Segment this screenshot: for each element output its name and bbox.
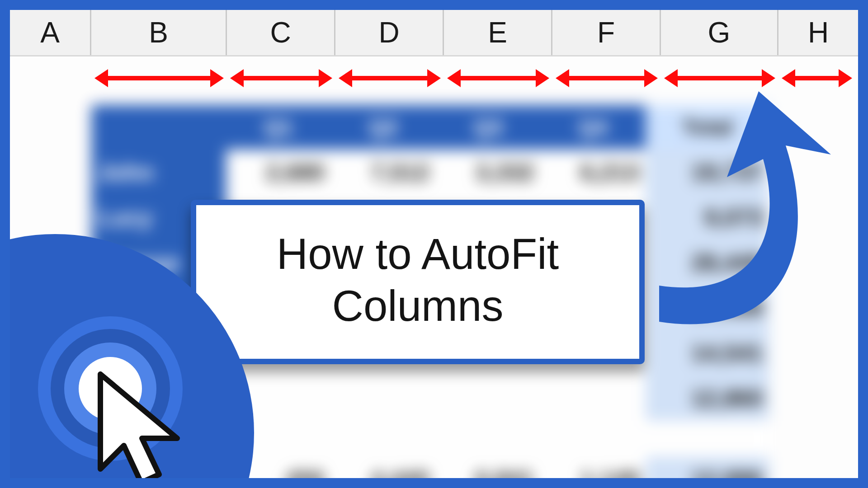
resize-arrow-icon bbox=[243, 76, 320, 80]
resize-arrow-icon bbox=[107, 76, 211, 80]
table-header: Q3 bbox=[436, 105, 541, 150]
column-header-b[interactable]: B bbox=[91, 10, 227, 55]
title-card: How to AutoFit Columns bbox=[191, 200, 645, 364]
column-header-d[interactable]: D bbox=[335, 10, 444, 55]
resize-arrow-icon bbox=[794, 76, 840, 80]
title-line-2: Columns bbox=[214, 280, 621, 332]
resize-arrow-icon bbox=[568, 76, 645, 80]
resize-arrow-icon bbox=[677, 76, 763, 80]
column-header-e[interactable]: E bbox=[444, 10, 552, 55]
cursor-icon bbox=[91, 370, 191, 478]
column-header-row: A B C D E F G H bbox=[10, 10, 858, 56]
resize-arrow-icon bbox=[351, 76, 428, 80]
column-header-a[interactable]: A bbox=[10, 10, 91, 55]
column-header-f[interactable]: F bbox=[552, 10, 661, 55]
table-header bbox=[91, 105, 226, 150]
column-header-h[interactable]: H bbox=[778, 10, 858, 55]
title-line-1: How to AutoFit bbox=[214, 228, 621, 280]
spreadsheet-frame: A B C D E F G H Q1 Q2 Q3 Q4 Total bbox=[10, 10, 858, 478]
resize-arrow-icon bbox=[460, 76, 537, 80]
table-header: Q1 bbox=[226, 105, 331, 150]
table-header: Q2 bbox=[331, 105, 436, 150]
column-header-g[interactable]: G bbox=[661, 10, 778, 55]
column-header-c[interactable]: C bbox=[227, 10, 335, 55]
